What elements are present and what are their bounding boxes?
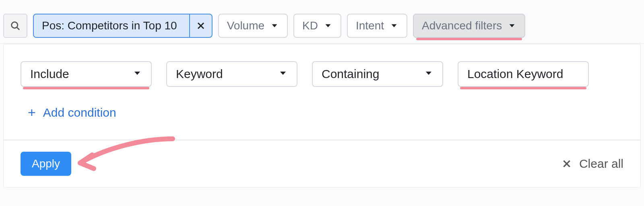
operator-select-value: Containing [322,67,379,81]
operator-select[interactable]: Containing [312,61,443,87]
chip-kd-label: KD [302,19,318,32]
value-input-text: Location Keyword [467,67,563,81]
chip-intent-label: Intent [356,19,384,32]
add-condition-label: Add condition [43,106,116,119]
plus-icon: + [28,105,36,120]
chevron-down-icon [424,67,433,81]
field-select-value: Keyword [176,67,223,81]
panel-footer: Apply Clear all [4,140,640,187]
chip-volume[interactable]: Volume [218,14,288,38]
chevron-down-icon [132,67,142,81]
chevron-down-icon [324,21,332,30]
chevron-down-icon [508,21,516,30]
chip-remove-button[interactable] [189,14,212,37]
advanced-filters-panel: Include Keyword Containing Location Keyw… [3,44,641,187]
close-icon [561,159,572,169]
clear-all-label: Clear all [579,157,623,171]
include-exclude-select[interactable]: Include [21,61,152,87]
chevron-down-icon [390,21,398,30]
filter-toolbar: Pos: Competitors in Top 10 Volume KD Int… [0,0,644,44]
clear-all-button[interactable]: Clear all [561,157,623,171]
chip-volume-label: Volume [227,19,264,32]
value-input[interactable]: Location Keyword [458,61,589,87]
include-exclude-value: Include [30,67,69,81]
chip-advanced-label: Advanced filters [422,19,502,32]
chevron-down-icon [278,67,288,81]
chip-kd[interactable]: KD [293,14,341,38]
field-select[interactable]: Keyword [166,61,297,87]
search-button[interactable] [3,14,27,38]
apply-button[interactable]: Apply [21,152,71,176]
chip-position-label: Pos: Competitors in Top 10 [42,19,184,32]
chip-advanced-filters[interactable]: Advanced filters [413,14,525,38]
chevron-down-icon [270,21,279,30]
search-icon [10,20,21,31]
close-icon [196,21,206,31]
annotation-arrow [72,135,177,179]
chip-position-filter[interactable]: Pos: Competitors in Top 10 [33,14,213,38]
add-condition-button[interactable]: + Add condition [4,96,640,140]
condition-row: Include Keyword Containing Location Keyw… [4,44,640,96]
svg-line-1 [17,27,19,30]
chip-intent[interactable]: Intent [347,14,407,38]
